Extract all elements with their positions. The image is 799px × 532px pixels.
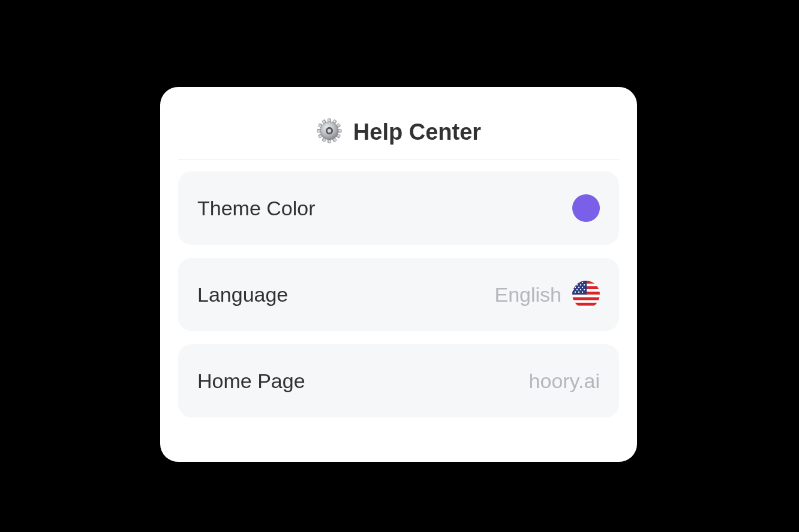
theme-color-label: Theme Color	[197, 197, 316, 220]
us-flag-icon	[572, 281, 600, 308]
card-title: Help Center	[353, 119, 481, 145]
svg-point-26	[582, 282, 583, 283]
svg-rect-20	[572, 297, 600, 300]
home-page-value: hoory.ai	[529, 369, 600, 393]
help-center-settings-card: Help Center Theme Color Language English	[160, 87, 637, 462]
card-header: Help Center	[178, 105, 619, 160]
svg-point-35	[573, 289, 574, 290]
svg-point-29	[580, 284, 581, 285]
svg-point-25	[578, 282, 579, 283]
svg-point-36	[576, 289, 578, 290]
svg-point-14	[328, 129, 331, 133]
svg-point-32	[575, 287, 576, 288]
svg-point-24	[575, 282, 576, 283]
svg-point-33	[578, 287, 579, 288]
svg-point-41	[578, 291, 579, 293]
language-row[interactable]: Language English	[178, 258, 619, 331]
language-label: Language	[197, 283, 288, 306]
home-page-row[interactable]: Home Page hoory.ai	[178, 344, 619, 417]
theme-color-row[interactable]: Theme Color	[178, 172, 619, 245]
gear-icon	[316, 118, 343, 146]
home-page-label: Home Page	[197, 369, 305, 393]
settings-rows: Theme Color Language English	[178, 172, 619, 417]
home-page-value-text: hoory.ai	[529, 369, 600, 393]
theme-color-value	[572, 194, 600, 222]
svg-point-28	[576, 284, 578, 285]
svg-point-30	[584, 284, 585, 285]
language-value-text: English	[494, 283, 561, 306]
svg-point-37	[580, 289, 581, 290]
svg-rect-21	[572, 303, 600, 306]
language-value: English	[494, 281, 600, 308]
svg-point-42	[582, 291, 583, 293]
svg-point-34	[582, 287, 583, 288]
theme-color-swatch-icon	[572, 194, 600, 222]
svg-point-40	[575, 291, 576, 293]
svg-point-27	[573, 284, 574, 285]
svg-point-38	[584, 289, 585, 290]
